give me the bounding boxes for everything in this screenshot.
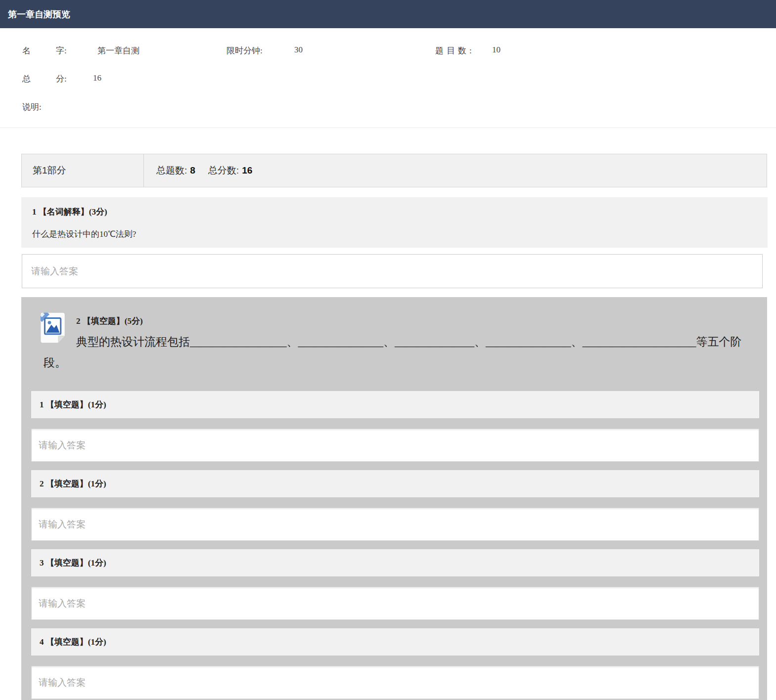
quiz-name-label: 名 字: — [22, 45, 97, 56]
sub-question-4-answer-input[interactable] — [31, 666, 759, 699]
section-total-questions-value: 8 — [190, 165, 195, 175]
quiz-name-value: 第一章自测 — [97, 45, 139, 56]
question-count-field: 题目数: 10 — [435, 45, 501, 56]
time-limit-label: 限时分钟: — [227, 45, 294, 56]
section-total-score: 总分数:16 — [208, 164, 252, 177]
section-title-cell: 第1部分 — [22, 154, 144, 187]
top-title-bar: 第一章自测预览 — [0, 0, 776, 28]
total-score-value: 16 — [93, 73, 101, 85]
question-2-intro: 2 【填空题】(5分) 典型的热设计流程包括_________________、… — [21, 297, 767, 376]
info-row-2: 总 分: 16 — [22, 73, 754, 85]
section-total-questions: 总题数:8 — [156, 164, 195, 177]
sub-question-4: 4 【填空题】(1分) — [31, 628, 757, 699]
sub-question-1: 1 【填空题】(1分) — [31, 391, 757, 462]
question-count-value: 10 — [492, 45, 501, 56]
sub-question-1-header: 1 【填空题】(1分) — [31, 391, 759, 418]
question-1-text: 什么是热设计中的10℃法则? — [32, 228, 768, 240]
total-score-field: 总 分: 16 — [22, 73, 101, 85]
image-attachment-icon[interactable] — [40, 312, 68, 344]
description-field: 说明: — [22, 101, 42, 113]
time-limit-field: 限时分钟: 30 — [227, 45, 435, 56]
description-label: 说明: — [22, 101, 42, 113]
question-2-block: 2 【填空题】(5分) 典型的热设计流程包括_________________、… — [21, 297, 767, 700]
question-1-block: 1 【名词解释】(3分) 什么是热设计中的10℃法则? — [21, 197, 768, 248]
total-score-label: 总 分: — [22, 73, 93, 85]
info-row-1: 名 字: 第一章自测 限时分钟: 30 题目数: 10 — [22, 45, 754, 56]
question-2-header: 2 【填空题】(5分) — [44, 311, 745, 327]
sub-question-3-answer-input[interactable] — [31, 587, 759, 620]
sub-question-2-answer-input[interactable] — [31, 508, 759, 541]
question-2-text: 典型的热设计流程包括_________________、____________… — [44, 332, 745, 373]
quiz-info-panel: 名 字: 第一章自测 限时分钟: 30 题目数: 10 总 分: 16 说明: — [0, 28, 776, 128]
section-stats-cell: 总题数:8 总分数:16 — [144, 154, 265, 187]
section-title: 第1部分 — [33, 164, 66, 177]
sub-question-2: 2 【填空题】(1分) — [31, 470, 757, 541]
question-1-header: 1 【名词解释】(3分) — [32, 206, 768, 218]
sub-question-3: 3 【填空题】(1分) — [31, 549, 757, 620]
time-limit-value: 30 — [294, 45, 303, 56]
sub-question-4-header: 4 【填空题】(1分) — [31, 628, 759, 656]
section-total-score-value: 16 — [242, 165, 252, 175]
quiz-name-field: 名 字: 第一章自测 — [22, 45, 227, 56]
page-title: 第一章自测预览 — [8, 8, 70, 20]
info-row-3: 说明: — [22, 101, 754, 113]
question-1-answer-input[interactable] — [22, 254, 763, 288]
sub-question-1-answer-input[interactable] — [31, 429, 759, 462]
section-total-questions-label: 总题数: — [156, 165, 187, 175]
sub-question-2-header: 2 【填空题】(1分) — [31, 470, 759, 497]
question-count-label: 题目数: — [435, 45, 492, 56]
section-header: 第1部分 总题数:8 总分数:16 — [21, 154, 767, 187]
sub-question-3-header: 3 【填空题】(1分) — [31, 549, 759, 576]
section-total-score-label: 总分数: — [208, 165, 239, 175]
